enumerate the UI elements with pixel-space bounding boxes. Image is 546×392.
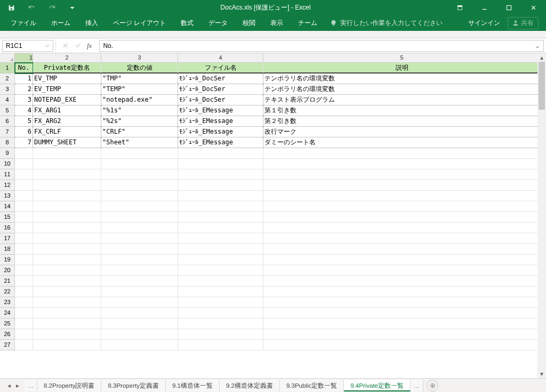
cell[interactable]: 6	[15, 127, 33, 137]
cell[interactable]: テキスト表示プログラム	[263, 95, 541, 105]
cell[interactable]	[178, 297, 263, 308]
save-icon[interactable]	[2, 0, 20, 15]
cell[interactable]	[178, 212, 263, 223]
cell[interactable]	[15, 233, 33, 244]
vertical-scrollbar[interactable]: ▴ ▾	[537, 53, 546, 378]
cell[interactable]	[178, 308, 263, 318]
qat-dropdown-icon[interactable]	[63, 0, 81, 15]
cell[interactable]	[263, 244, 541, 255]
name-box[interactable]: R1C1	[2, 40, 53, 52]
cell[interactable]	[263, 191, 541, 201]
cell[interactable]	[263, 265, 541, 276]
cell[interactable]	[33, 148, 101, 159]
sheet-overflow-left[interactable]: …	[25, 380, 37, 391]
cell[interactable]	[263, 308, 541, 318]
cell[interactable]	[33, 265, 101, 276]
cell[interactable]	[15, 201, 33, 212]
cell[interactable]	[33, 159, 101, 169]
cell[interactable]	[33, 201, 101, 212]
cell[interactable]	[101, 169, 178, 180]
col-header[interactable]: 5	[263, 53, 541, 62]
row-header[interactable]: 3	[0, 84, 15, 95]
cell[interactable]	[178, 148, 263, 159]
cell[interactable]	[33, 255, 101, 265]
cell[interactable]	[263, 297, 541, 308]
cell[interactable]	[101, 265, 178, 276]
cell[interactable]	[101, 148, 178, 159]
cell[interactable]	[101, 212, 178, 223]
sheet-tab[interactable]: 9.1構造体一覧	[166, 380, 220, 391]
row-header[interactable]: 9	[0, 148, 15, 159]
row-header[interactable]: 25	[0, 318, 15, 329]
row-header[interactable]: 12	[0, 180, 15, 191]
cell[interactable]	[15, 329, 33, 340]
sheet-tab[interactable]: 9.2構造体定義書	[220, 380, 280, 391]
cell[interactable]	[178, 201, 263, 212]
cell[interactable]: ﾓｼﾞｭｰﾙ_EMessage	[178, 105, 263, 116]
sheet-tab[interactable]: 9.4Private定数一覧	[344, 380, 411, 391]
col-header[interactable]: 3	[101, 53, 178, 62]
cell[interactable]	[15, 223, 33, 233]
row-header[interactable]: 26	[0, 329, 15, 340]
cell[interactable]: ﾓｼﾞｭｰﾙ_DocSer	[178, 74, 263, 84]
cell[interactable]: 定数の値	[101, 63, 178, 74]
undo-icon[interactable]	[22, 0, 41, 15]
cell[interactable]	[15, 318, 33, 329]
cell[interactable]: 4	[15, 105, 33, 116]
cell[interactable]	[178, 223, 263, 233]
cell[interactable]: テンポラリ名の環境変数	[263, 74, 541, 84]
tab-review[interactable]: 校閲	[235, 15, 263, 31]
select-all-button[interactable]	[0, 53, 15, 62]
cell[interactable]	[178, 169, 263, 180]
new-sheet-button[interactable]: ⊕	[427, 380, 438, 391]
col-header[interactable]: 2	[33, 53, 101, 62]
cell[interactable]	[33, 287, 101, 297]
cell[interactable]	[33, 244, 101, 255]
cell[interactable]	[178, 244, 263, 255]
cell[interactable]	[33, 329, 101, 340]
cell[interactable]: 説明	[263, 63, 541, 74]
cell[interactable]	[101, 340, 178, 350]
cell[interactable]	[178, 276, 263, 287]
tab-view[interactable]: 表示	[263, 15, 291, 31]
scroll-thumb[interactable]	[539, 62, 545, 110]
row-header[interactable]: 21	[0, 276, 15, 287]
row-header[interactable]: 22	[0, 287, 15, 297]
cell[interactable]	[15, 191, 33, 201]
cell[interactable]: DUMMY_SHEET	[33, 137, 101, 148]
cell[interactable]: 1	[15, 74, 33, 84]
cell[interactable]	[178, 329, 263, 340]
cell[interactable]	[178, 233, 263, 244]
fx-icon[interactable]: fx	[85, 42, 94, 50]
cell[interactable]: FX_ARG2	[33, 116, 101, 127]
cell[interactable]	[33, 276, 101, 287]
cell[interactable]: 第２引き数	[263, 116, 541, 127]
cell[interactable]	[263, 169, 541, 180]
cell[interactable]: ﾓｼﾞｭｰﾙ_DocSer	[178, 95, 263, 105]
cell[interactable]: EV_TMP	[33, 74, 101, 84]
row-header[interactable]: 17	[0, 233, 15, 244]
cell[interactable]	[178, 255, 263, 265]
cell[interactable]	[15, 159, 33, 169]
cell[interactable]: NOTEPAD_EXE	[33, 95, 101, 105]
cell[interactable]	[101, 159, 178, 169]
cell[interactable]	[101, 255, 178, 265]
cell[interactable]	[33, 308, 101, 318]
col-header[interactable]: 1	[15, 53, 33, 62]
cell[interactable]	[33, 169, 101, 180]
row-header[interactable]: 7	[0, 127, 15, 137]
row-header[interactable]: 2	[0, 74, 15, 84]
row-header[interactable]: 11	[0, 169, 15, 180]
cell[interactable]	[15, 287, 33, 297]
cell[interactable]: EV_TEMP	[33, 84, 101, 95]
cell[interactable]	[263, 212, 541, 223]
cell[interactable]	[263, 329, 541, 340]
tab-team[interactable]: チーム	[291, 15, 325, 31]
row-header[interactable]: 15	[0, 212, 15, 223]
enter-icon[interactable]	[72, 38, 84, 53]
row-header[interactable]: 4	[0, 95, 15, 105]
row-header[interactable]: 20	[0, 265, 15, 276]
cell[interactable]	[101, 276, 178, 287]
cell[interactable]: ダミーのシート名	[263, 137, 541, 148]
cell[interactable]	[15, 308, 33, 318]
